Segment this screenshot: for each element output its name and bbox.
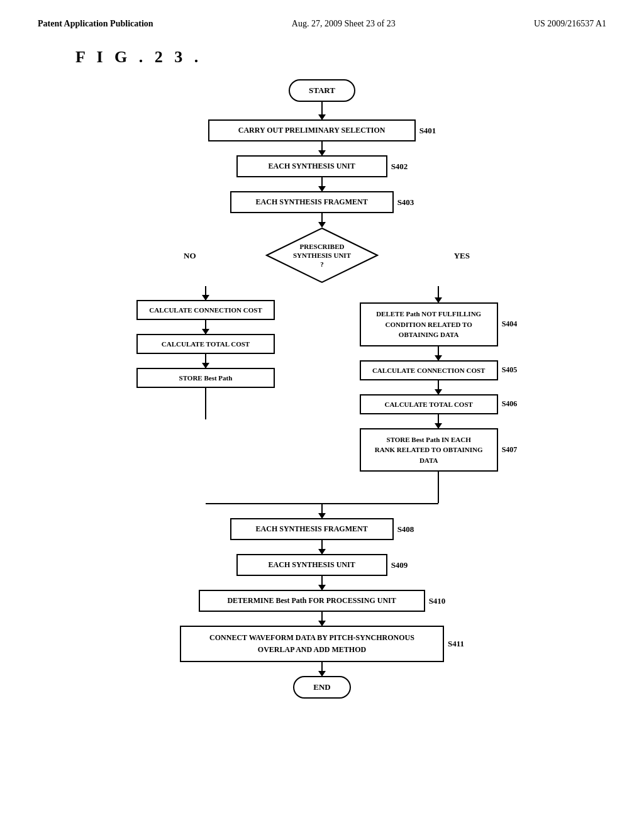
s408-label: S408 [397, 524, 414, 534]
s409-box: EACH SYNTHESIS UNIT [236, 554, 387, 576]
s406-right-row: CALCULATE TOTAL COST S406 [360, 394, 518, 414]
s411-label: S411 [448, 639, 464, 649]
s403-box: EACH SYNTHESIS FRAGMENT [230, 191, 394, 213]
start-node: START [289, 79, 355, 102]
flowchart: START CARRY OUT PRELIMINARY SELECTION S4… [38, 79, 606, 699]
s402-box: EACH SYNTHESIS UNIT [236, 155, 387, 177]
end-node: END [293, 676, 350, 699]
page: Patent Application Publication Aug. 27, … [0, 0, 644, 830]
s402-label: S402 [391, 162, 408, 172]
s405-right-box: CALCULATE CONNECTION COST [360, 360, 498, 380]
s405-right-row: CALCULATE CONNECTION COST S405 [360, 360, 518, 380]
start-box: START [289, 79, 355, 102]
s403-label: S403 [397, 197, 414, 208]
s410-row: DETERMINE Best Path FOR PROCESSING UNIT … [199, 590, 446, 612]
s410-label: S410 [429, 596, 446, 606]
s406-left-box: CALCULATE TOTAL COST [136, 334, 275, 354]
figure-title: F I G . 2 3 . [75, 48, 606, 67]
s406-right-box: CALCULATE TOTAL COST [360, 394, 498, 414]
s404-box: DELETE Path NOT FULFILLINGCONDITION RELA… [360, 302, 498, 346]
s407-left-box: STORE Best Path [136, 368, 275, 388]
s411-box: CONNECT WAVEFORM DATA BY PITCH-SYNCHRONO… [180, 626, 444, 662]
s405-left-row: CALCULATE CONNECTION COST [136, 300, 275, 320]
page-header: Patent Application Publication Aug. 27, … [38, 19, 606, 29]
s410-box: DETERMINE Best Path FOR PROCESSING UNIT [199, 590, 425, 612]
s405-left-box: CALCULATE CONNECTION COST [136, 300, 275, 320]
s406-left-row: CALCULATE TOTAL COST [136, 334, 275, 354]
diamond-node: PRESCRIBEDSYNTHESIS UNIT? [265, 227, 379, 284]
s407-right-row: STORE Best Path IN EACHRANK RELATED TO O… [360, 428, 518, 472]
s409-row: EACH SYNTHESIS UNIT S409 [236, 554, 408, 576]
s401-label: S401 [419, 126, 436, 136]
header-left: Patent Application Publication [38, 19, 153, 29]
s409-label: S409 [391, 560, 408, 570]
s407-left-row: STORE Best Path [136, 368, 275, 388]
s411-row: CONNECT WAVEFORM DATA BY PITCH-SYNCHRONO… [180, 626, 464, 662]
s403-row: EACH SYNTHESIS FRAGMENT S403 [230, 191, 414, 213]
header-right: US 2009/216537 A1 [534, 19, 606, 29]
s405-label: S405 [502, 365, 518, 375]
s407-label: S407 [502, 445, 518, 455]
s404-label: S404 [502, 319, 518, 329]
s408-box: EACH SYNTHESIS FRAGMENT [230, 518, 394, 540]
yes-label: YES [454, 251, 470, 261]
diamond-text: PRESCRIBEDSYNTHESIS UNIT? [293, 242, 351, 269]
s401-box: CARRY OUT PRELIMINARY SELECTION [208, 119, 416, 141]
s408-row: EACH SYNTHESIS FRAGMENT S408 [230, 518, 414, 540]
s404-row: DELETE Path NOT FULFILLINGCONDITION RELA… [360, 302, 518, 346]
end-box: END [293, 676, 350, 699]
s401-row: CARRY OUT PRELIMINARY SELECTION S401 [208, 119, 436, 141]
s407-right-box: STORE Best Path IN EACHRANK RELATED TO O… [360, 428, 498, 472]
header-center: Aug. 27, 2009 Sheet 23 of 23 [292, 19, 396, 29]
no-label: NO [184, 251, 196, 261]
s406-label: S406 [502, 399, 518, 409]
s402-row: EACH SYNTHESIS UNIT S402 [236, 155, 408, 177]
